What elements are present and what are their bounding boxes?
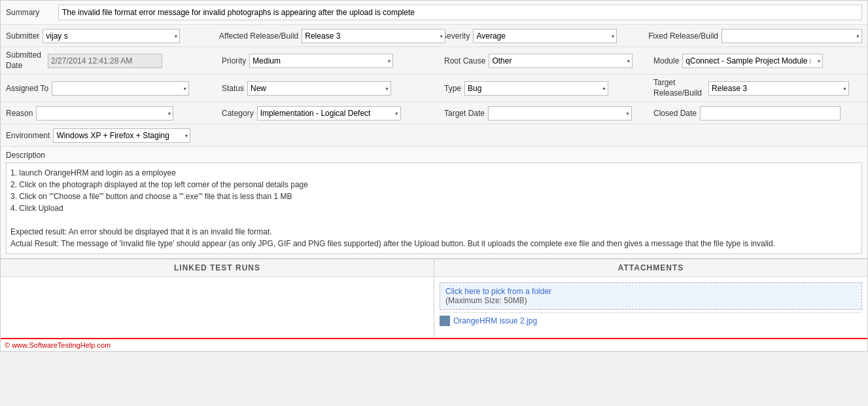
target-release-cell: TargetRelease/Build Release 3 (653, 78, 862, 98)
type-label: Type (444, 84, 461, 93)
submitted-date-cell: SubmittedDate (6, 50, 222, 71)
linked-test-runs-header: LINKED TEST RUNS (1, 259, 434, 277)
severity-select-wrap: Average Low High (473, 29, 617, 43)
status-select[interactable]: New Open Fixed Closed (247, 81, 391, 96)
priority-select-wrap: Medium Low High (249, 54, 393, 68)
status-label: Status (222, 84, 244, 93)
fixed-release-cell: Fixed Release/Build (648, 29, 862, 43)
footer-text: © www.SoftwareTestingHelp.com (5, 341, 111, 349)
type-select[interactable]: Bug Enhancement (464, 81, 608, 96)
submitter-label: Submitter (6, 31, 39, 41)
linked-test-runs-content (1, 277, 434, 329)
summary-label: Summary (6, 8, 58, 17)
root-cause-select-wrap: Other Code Error (489, 54, 633, 68)
type-cell: Type Bug Enhancement (444, 81, 653, 96)
row-reason: Reason Category Implementation - Logical… (1, 102, 867, 124)
target-release-select[interactable]: Release 3 (708, 81, 849, 96)
target-release-label: TargetRelease/Build (653, 78, 702, 98)
pick-folder-link[interactable]: Click here to pick from a folder (445, 287, 551, 296)
category-select[interactable]: Implementation - Logical Defect (257, 106, 401, 120)
row-submitter: Submitter vijay s Affected Release/Build… (1, 25, 867, 47)
submitter-select-wrap: vijay s (43, 29, 180, 43)
status-cell: Status New Open Fixed Closed (222, 81, 444, 96)
environment-cell: Environment Windows XP + Firefox + Stagi… (6, 128, 222, 143)
row-environment: Environment Windows XP + Firefox + Stagi… (1, 124, 867, 147)
target-date-label: Target Date (444, 109, 485, 118)
footer-bar: © www.SoftwareTestingHelp.com (1, 338, 867, 351)
bottom-section: LINKED TEST RUNS ATTACHMENTS Click here … (1, 259, 867, 338)
root-cause-label: Root Cause (444, 56, 485, 65)
submitter-select[interactable]: vijay s (43, 29, 180, 43)
fixed-release-select-wrap (721, 29, 862, 43)
priority-label: Priority (222, 56, 246, 65)
attachment-item: OrangeHRM issue 2.jpg (440, 312, 862, 329)
reason-select-wrap (36, 106, 173, 120)
module-select[interactable]: qConnect - Sample Project Module root (682, 54, 823, 68)
submitted-date-input (48, 54, 162, 68)
max-size-text: (Maximum Size: 50MB) (445, 296, 527, 305)
affected-release-select-wrap: Release 3 (302, 29, 445, 43)
reason-label: Reason (6, 109, 33, 118)
module-select-wrap: qConnect - Sample Project Module root (682, 54, 823, 68)
type-select-wrap: Bug Enhancement (464, 81, 608, 96)
description-label: Description (6, 151, 862, 160)
summary-row: Summary (1, 1, 867, 25)
severity-select[interactable]: Average Low High (473, 29, 617, 43)
main-container: Summary Submitter vijay s Affected Relea… (0, 0, 868, 352)
closed-date-label: Closed Date (653, 109, 697, 118)
assigned-to-select-wrap (52, 81, 189, 96)
priority-cell: Priority Medium Low High (222, 54, 444, 68)
fixed-release-label: Fixed Release/Build (648, 31, 718, 41)
summary-input[interactable] (58, 5, 862, 20)
assigned-to-label: Assigned To (6, 84, 48, 93)
module-label: Module (653, 56, 679, 65)
reason-select[interactable] (36, 106, 173, 120)
submitter-cell: Submitter vijay s (6, 29, 219, 43)
severity-cell: Severity Average Low High (442, 29, 648, 43)
status-select-wrap: New Open Fixed Closed (247, 81, 391, 96)
attachment-thumbnail-icon (440, 316, 450, 326)
root-cause-cell: Root Cause Other Code Error (444, 54, 653, 68)
target-date-cell: Target Date (444, 106, 653, 120)
category-select-wrap: Implementation - Logical Defect (257, 106, 401, 120)
environment-select-wrap: Windows XP + Firefox + Staging (53, 128, 190, 143)
submitted-date-label: SubmittedDate (6, 50, 41, 71)
row-assigned-to: Assigned To Status New Open Fixed Closed… (1, 75, 867, 102)
module-cell: Module qConnect - Sample Project Module … (653, 54, 862, 68)
target-release-select-wrap: Release 3 (708, 81, 849, 96)
assigned-to-select[interactable] (52, 81, 189, 96)
root-cause-select[interactable]: Other Code Error (489, 54, 633, 68)
reason-cell: Reason (6, 106, 222, 120)
attachments-panel: ATTACHMENTS Click here to pick from a fo… (434, 259, 867, 338)
affected-release-select[interactable]: Release 3 (302, 29, 445, 43)
closed-date-input[interactable] (700, 106, 841, 120)
pick-folder-area: Click here to pick from a folder (Maximu… (440, 282, 862, 310)
attachment-link[interactable]: OrangeHRM issue 2.jpg (453, 316, 537, 325)
environment-label: Environment (6, 131, 50, 140)
attachments-content: Click here to pick from a folder (Maximu… (434, 277, 867, 334)
closed-date-cell: Closed Date (653, 106, 862, 120)
row-submitted-date: SubmittedDate Priority Medium Low High R… (1, 47, 867, 75)
assigned-to-cell: Assigned To (6, 81, 222, 96)
category-cell: Category Implementation - Logical Defect (222, 106, 444, 120)
linked-test-runs-panel: LINKED TEST RUNS (1, 259, 434, 338)
affected-release-cell: Affected Release/Build Release 3 (219, 29, 442, 43)
priority-select[interactable]: Medium Low High (249, 54, 393, 68)
target-date-select[interactable] (488, 106, 632, 120)
attachments-header: ATTACHMENTS (434, 259, 867, 277)
fixed-release-select[interactable] (721, 29, 862, 43)
description-text: 1. launch OrangeHRM and login as a emplo… (6, 162, 862, 254)
affected-release-label: Affected Release/Build (219, 31, 298, 41)
target-date-select-wrap (488, 106, 632, 120)
environment-select[interactable]: Windows XP + Firefox + Staging (53, 128, 190, 143)
category-label: Category (222, 109, 254, 118)
severity-label: Severity (442, 31, 470, 41)
description-section: Description 1. launch OrangeHRM and logi… (1, 147, 867, 259)
